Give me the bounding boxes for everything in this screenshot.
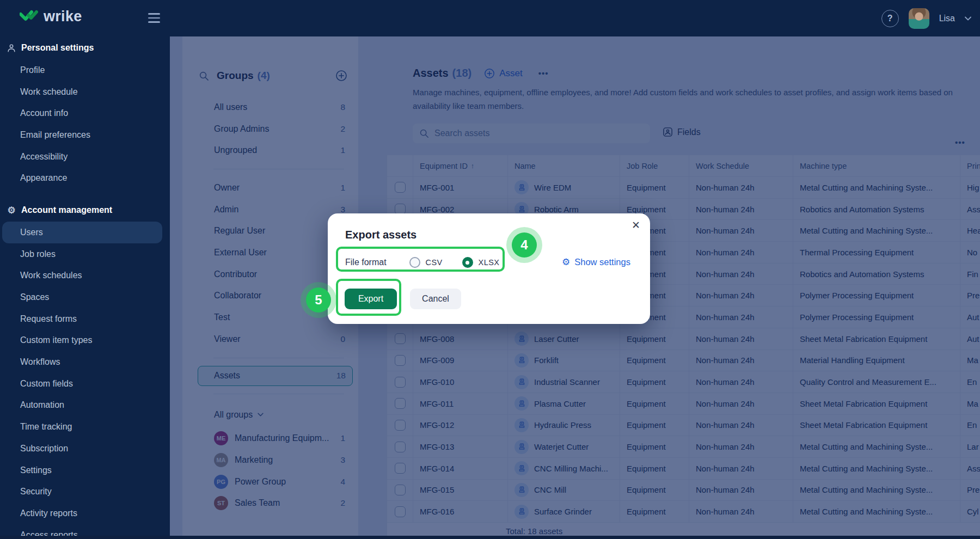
sidebar-item-profile[interactable]: Profile [0,59,170,81]
sidebar-section-label: Account management [21,205,112,215]
help-icon[interactable]: ? [881,10,899,27]
xlsx-radio[interactable] [462,257,473,268]
wrike-logo[interactable]: wrike [20,8,82,25]
sidebar-item-work-schedule[interactable]: Work schedule [0,81,170,103]
wrike-logo-icon [20,10,38,24]
show-settings-link[interactable]: ⚙ Show settings [562,257,630,267]
gear-icon: ⚙ [562,258,570,267]
csv-radio-label[interactable]: CSV [426,258,443,267]
sidebar-item-accessibility[interactable]: Accessibility [0,146,170,168]
annotation-step-4: 4 [506,227,542,263]
topbar: wrike ? Lisa [0,0,980,36]
close-icon[interactable]: ✕ [632,219,640,231]
hamburger-icon[interactable] [148,13,160,23]
modal-title: Export assets [345,229,416,241]
gear-icon: ⚙ [7,206,16,215]
sidebar: Personal settingsProfileWork scheduleAcc… [0,36,170,539]
sidebar-section-personal-settings: Personal settings [0,36,170,59]
file-format-label: File format [345,258,387,267]
show-settings-label: Show settings [574,257,630,267]
window-bottom-edge [0,536,980,539]
sidebar-item-spaces[interactable]: Spaces [0,286,170,308]
sidebar-item-workflows[interactable]: Workflows [0,351,170,373]
sidebar-section-label: Personal settings [21,43,94,53]
sidebar-item-automation[interactable]: Automation [0,395,170,416]
user-icon [7,43,16,53]
sidebar-section-account-management: ⚙Account management [0,199,170,222]
sidebar-item-custom-fields[interactable]: Custom fields [0,373,170,395]
sidebar-item-users[interactable]: Users [2,222,162,243]
cancel-button[interactable]: Cancel [410,289,461,309]
user-avatar[interactable] [909,8,929,29]
export-assets-modal: ✕ Export assets File format CSV XLSX ⚙ S… [328,213,650,324]
sidebar-item-email-preferences[interactable]: Email preferences [0,124,170,146]
sidebar-item-account-info[interactable]: Account info [0,102,170,124]
sidebar-item-time-tracking[interactable]: Time tracking [0,416,170,438]
sidebar-item-security[interactable]: Security [0,481,170,503]
chevron-down-icon[interactable] [965,16,971,21]
app-window: wrike ? Lisa Personal settingsProfileWor… [0,0,980,539]
sidebar-item-job-roles[interactable]: Job roles [0,243,170,265]
wrike-logo-text: wrike [44,8,82,25]
sidebar-item-custom-item-types[interactable]: Custom item types [0,330,170,352]
sidebar-sections: Personal settingsProfileWork scheduleAcc… [0,36,170,539]
user-name[interactable]: Lisa [939,14,955,23]
xlsx-radio-label[interactable]: XLSX [479,258,500,267]
sidebar-item-subscription[interactable]: Subscription [0,438,170,460]
sidebar-item-settings[interactable]: Settings [0,460,170,481]
sidebar-item-work-schedules[interactable]: Work schedules [0,265,170,287]
sidebar-item-request-forms[interactable]: Request forms [0,308,170,330]
export-button[interactable]: Export [345,289,397,309]
sidebar-item-appearance[interactable]: Appearance [0,167,170,189]
file-format-row: File format CSV XLSX [345,253,499,272]
csv-radio[interactable] [409,257,420,268]
annotation-step-5: 5 [301,282,336,318]
sidebar-item-activity-reports[interactable]: Activity reports [0,503,170,524]
